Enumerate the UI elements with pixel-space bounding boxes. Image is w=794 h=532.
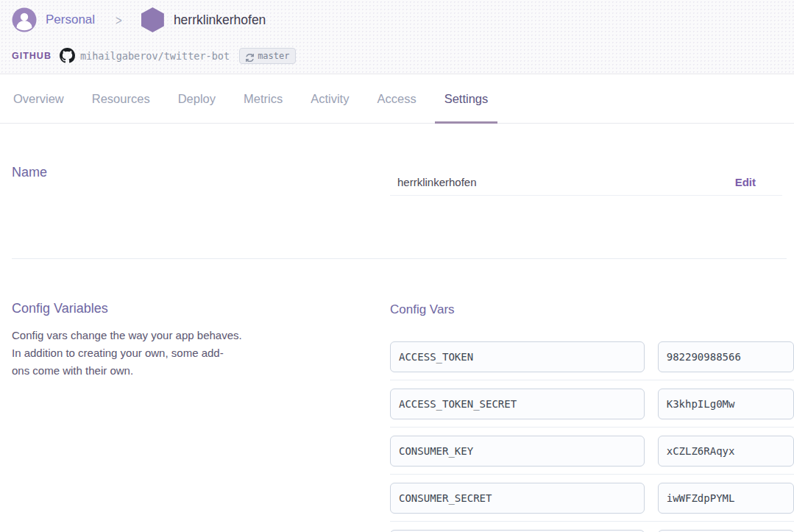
name-section-heading: Name (12, 165, 47, 180)
row-divider (390, 474, 794, 475)
sync-icon (246, 52, 254, 60)
config-var-value-input[interactable]: xCZLZ6RAqyx (658, 436, 794, 467)
row-divider (390, 427, 794, 428)
github-info-row: GITHUB mihailgaberov/twitter-bot master (12, 47, 296, 64)
edit-button[interactable]: Edit (735, 176, 756, 188)
avatar[interactable] (12, 7, 37, 32)
branch-name: master (258, 51, 289, 61)
config-var-key-input[interactable]: ACCESS_TOKEN_SECRET (390, 389, 645, 419)
github-label: GITHUB (12, 51, 52, 61)
app-name-value: herrklinkerhofen (397, 176, 477, 188)
config-var-key-input[interactable]: ACCESS_TOKEN (390, 341, 645, 372)
config-var-value-input[interactable]: K3khpILg0Mw (658, 389, 794, 419)
tab-deploy[interactable]: Deploy (169, 74, 225, 123)
config-vars-heading: Config Vars (390, 302, 455, 317)
tab-activity[interactable]: Activity (301, 74, 358, 123)
section-divider (12, 258, 787, 259)
tab-bar: Overview Resources Deploy Metrics Activi… (0, 74, 794, 124)
row-divider (390, 380, 794, 380)
tab-resources[interactable]: Resources (82, 74, 160, 123)
config-var-row: ACCESS_TOKEN 982290988566 (390, 341, 794, 372)
config-section-heading: Config Variables (12, 301, 108, 316)
github-icon (60, 48, 75, 63)
app-header: Personal > herrklinkerhofen GITHUB mihai… (0, 0, 794, 74)
app-name-row: herrklinkerhofen Edit (390, 169, 782, 196)
config-desc-line: In addition to creating your own, some a… (12, 344, 291, 362)
branch-badge: master (239, 48, 296, 64)
config-var-value-input[interactable]: 982290988566 (658, 341, 794, 372)
config-var-row: CONSUMER_KEY xCZLZ6RAqyx (390, 436, 794, 467)
tab-metrics[interactable]: Metrics (234, 74, 292, 123)
config-var-key-input[interactable]: CONSUMER_KEY (390, 436, 645, 467)
config-vars-list: ACCESS_TOKEN 982290988566 ACCESS_TOKEN_S… (390, 341, 794, 532)
config-desc-line: ons come with their own. (12, 362, 291, 380)
config-var-row: ACCESS_TOKEN_SECRET K3khpILg0Mw (390, 389, 794, 419)
config-desc-line: Config vars change the way your app beha… (12, 327, 291, 344)
config-var-key-input[interactable]: CONSUMER_SECRET (390, 483, 645, 514)
chevron-right-icon: > (116, 12, 122, 27)
config-var-row: CONSUMER_SECRET iwWFZdpPYML (390, 483, 794, 514)
app-hexagon-icon (141, 7, 164, 32)
tab-overview[interactable]: Overview (4, 74, 74, 123)
tab-settings[interactable]: Settings (435, 74, 498, 123)
breadcrumb: Personal > herrklinkerhofen (12, 7, 266, 32)
breadcrumb-account-link[interactable]: Personal (46, 13, 95, 27)
row-divider (390, 521, 794, 522)
github-repo-link[interactable]: mihailgaberov/twitter-bot (80, 50, 230, 62)
config-section-description: Config vars change the way your app beha… (12, 327, 291, 380)
app-title: herrklinkerhofen (174, 13, 266, 28)
tab-access[interactable]: Access (367, 74, 425, 123)
config-var-value-input[interactable]: iwWFZdpPYML (658, 483, 794, 514)
